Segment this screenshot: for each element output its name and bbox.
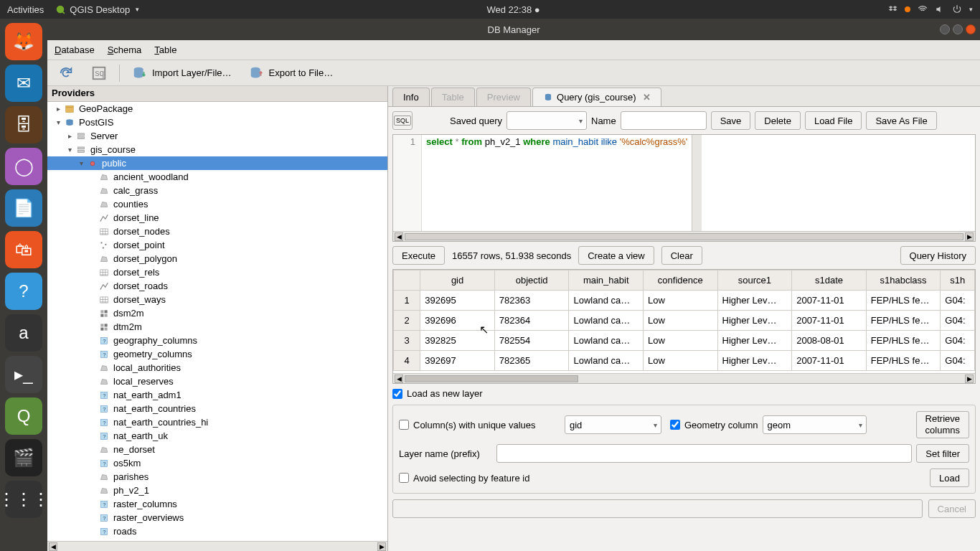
close-button[interactable] [966,24,976,34]
results-table-wrap: gidobjectidmain_habitconfidencesource1s1… [392,269,976,384]
geometry-column-select[interactable]: geom [763,415,867,434]
system-tray[interactable]: ▾ [887,4,973,14]
avoid-feature-id-checkbox[interactable]: Avoid selecting by feature id [399,473,529,484]
editor-v-scrollbar[interactable] [692,135,702,231]
tree-row[interactable]: ▾PostGIS [47,116,387,129]
sql-editor[interactable]: 1 select * from ph_v2_1 where main_habit… [392,134,976,242]
import-layer-button[interactable]: Import Layer/File… [127,62,237,84]
progress-bar [392,499,923,518]
set-filter-button[interactable]: Set filter [916,444,969,463]
delete-query-button[interactable]: Delete [755,111,801,130]
active-app-menu[interactable]: QGIS Desktop ▾ [55,4,139,15]
tree-row[interactable]: ancient_woodland [47,170,387,184]
svg-text:?: ? [103,405,105,412]
tree-row[interactable]: ?os5km [47,456,387,470]
providers-tree[interactable]: ▸GeoPackage▾PostGIS▸Server▾gis_course▾pu… [47,102,387,541]
execute-button[interactable]: Execute [392,246,445,265]
launcher-thunderbird[interactable]: ✉ [5,65,42,102]
unique-column-select[interactable]: gid [565,415,661,434]
tree-row[interactable]: ▾gis_course [47,143,387,156]
tree-row[interactable]: ▸GeoPackage [47,102,387,116]
tree-row[interactable]: dsm2m [47,306,387,320]
results-table[interactable]: gidobjectidmain_habitconfidencesource1s1… [393,270,975,373]
save-as-file-button[interactable]: Save As File [866,111,936,130]
launcher-amazon[interactable]: a [5,314,42,352]
tree-row[interactable]: ?nat_earth_countries_hi [47,415,387,429]
clear-button[interactable]: Clear [661,246,702,265]
tree-row[interactable]: local_authorities [47,361,387,375]
tree-row[interactable]: ?nat_earth_uk [47,429,387,443]
table-row[interactable]: 1392695782363Lowland ca…LowHigher Lev…20… [394,291,975,311]
sql-toggle-button[interactable]: SQL [392,111,413,130]
tree-row[interactable]: calc_grass [47,184,387,197]
tree-row[interactable]: dorset_roads [47,279,387,293]
tree-row[interactable]: ph_v2_1 [47,484,387,497]
tree-row[interactable]: dorset_nodes [47,225,387,238]
minimize-button[interactable] [940,24,950,34]
launcher-help[interactable]: ? [5,273,42,310]
launcher-qgis[interactable]: Q [5,397,42,435]
tree-row[interactable]: dorset_rels [47,265,387,279]
maximize-button[interactable] [953,24,963,34]
tree-row[interactable]: local_reserves [47,375,387,388]
query-name-input[interactable] [621,111,707,130]
tab-close-icon[interactable]: ✕ [643,92,651,103]
editor-h-scrollbar[interactable]: ◀▶ [393,231,975,241]
tree-row[interactable]: dorset_polygon [47,252,387,265]
load-button[interactable]: Load [930,468,969,487]
tree-row[interactable]: ?nat_earth_countries [47,402,387,415]
launcher-software[interactable]: 🛍 [5,231,42,268]
activities[interactable]: Activities [7,4,44,15]
load-file-button[interactable]: Load File [805,111,862,130]
retrieve-columns-button[interactable]: Retrievecolumns [916,411,969,438]
table-row[interactable]: 4392697782365Lowland ca…LowHigher Lev…20… [394,351,975,371]
scroll-right-icon[interactable]: ▶ [377,542,386,551]
tree-row[interactable]: ?geography_columns [47,334,387,347]
menu-schema[interactable]: Schema [106,43,143,57]
tree-row[interactable]: ne_dorset [47,443,387,456]
launcher-terminal[interactable]: ▸_ [5,356,42,393]
tree-row[interactable]: ?roads [47,524,387,538]
unique-columns-checkbox[interactable]: Column(s) with unique values [399,420,560,430]
load-as-new-layer-checkbox[interactable]: Load as new layer [392,388,976,399]
save-query-button[interactable]: Save [711,111,751,130]
tree-row[interactable]: ?raster_columns [47,497,387,511]
clock[interactable]: Wed 22:38 ● [139,4,887,15]
tree-row[interactable]: ▾public [47,156,387,170]
tree-row[interactable]: ?nat_earth_adm1 [47,388,387,402]
tree-row[interactable]: ▸Server [47,129,387,143]
tree-row[interactable]: parishes [47,470,387,484]
export-file-button[interactable]: Export to File… [244,62,339,84]
saved-query-select[interactable] [507,111,587,130]
menu-table[interactable]: Table [153,43,178,57]
geometry-column-checkbox[interactable]: Geometry column [670,420,758,430]
sql-code[interactable]: select * from ph_v2_1 where main_habit i… [422,135,692,231]
layer-name-input[interactable] [496,444,912,463]
scroll-left-icon[interactable]: ◀ [49,542,57,551]
table-row[interactable]: 3392825782554Lowland ca…LowHigher Lev…20… [394,331,975,351]
tree-row[interactable]: dorset_point [47,238,387,252]
table-row[interactable]: 2392696782364Lowland ca…LowHigher Lev…20… [394,311,975,331]
launcher-unknown-1[interactable]: ◯ [5,148,42,185]
tree-row[interactable]: counties [47,197,387,211]
menu-database[interactable]: Database [53,43,96,57]
tree-row[interactable]: dorset_ways [47,293,387,306]
query-history-button[interactable]: Query History [900,246,976,265]
sql-window-button[interactable]: sql [86,62,112,84]
results-h-scrollbar[interactable]: ◀▶ [393,373,975,383]
create-view-button[interactable]: Create a view [578,246,654,265]
refresh-button[interactable] [53,62,79,84]
launcher-writer[interactable]: 📄 [5,189,42,227]
tab-query[interactable]: Query (gis_course) ✕ [532,88,661,106]
launcher-files[interactable]: 🗄 [5,106,42,143]
launcher-firefox[interactable]: 🦊 [5,23,42,60]
tree-row[interactable]: ?raster_overviews [47,511,387,524]
launcher-video[interactable]: 🎬 [5,439,42,476]
tree-row[interactable]: ?geometry_columns [47,347,387,361]
tab-info[interactable]: Info [392,88,430,106]
launcher-apps[interactable]: ⋮⋮⋮ [5,481,42,518]
svg-text:?: ? [103,433,105,439]
tree-row[interactable]: dtm2m [47,320,387,334]
tree-h-scrollbar[interactable]: ◀ ▶ [47,541,387,551]
tree-row[interactable]: dorset_line [47,211,387,225]
